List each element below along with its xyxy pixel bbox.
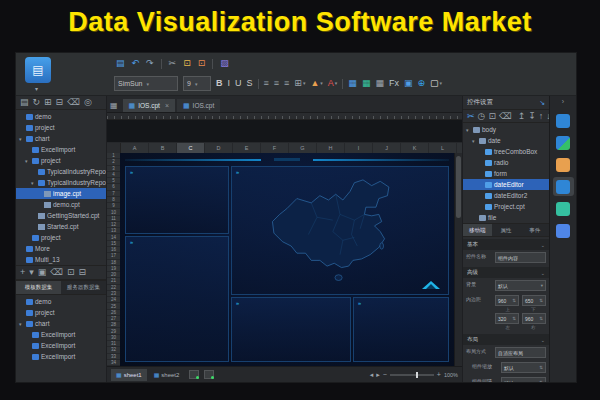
file-tree-item-excelimport[interactable]: ExcelImport [16, 144, 106, 155]
zoom-slider[interactable] [390, 374, 434, 376]
dataset-tree-item-project[interactable]: project [16, 307, 106, 318]
property-tab-item[interactable]: 移动端 [463, 224, 492, 236]
align-center-icon[interactable]: ≡ [274, 79, 279, 88]
column-d[interactable]: D [205, 143, 233, 153]
column-i[interactable]: I [345, 143, 373, 153]
align-bottom-icon[interactable]: ↧ [528, 112, 536, 121]
dataset-tree-item-excelimport[interactable]: ExcelImport [16, 351, 106, 362]
padding-input-右[interactable]: 960⇅ [522, 313, 546, 324]
column-l[interactable]: L [429, 143, 457, 153]
delete-icon[interactable]: ⌫ [67, 98, 80, 107]
edit-dataset-icon[interactable]: ▣ [38, 268, 47, 277]
spinner-icon[interactable]: ⇅ [539, 365, 543, 370]
copy-dataset-icon[interactable]: ⊡ [67, 268, 75, 277]
collapse-all-icon[interactable]: ▤ [20, 98, 29, 107]
store-map-panel[interactable] [231, 166, 449, 295]
widget-settings-panel-icon[interactable] [553, 177, 574, 196]
traffic-chart-panel[interactable] [353, 297, 449, 362]
align-top-icon[interactable]: ↥ [518, 112, 526, 121]
expand-arrow-icon[interactable]: ▾ [466, 127, 471, 133]
product-share-panel[interactable] [125, 236, 229, 362]
delete-dataset-icon[interactable]: ⌫ [50, 268, 63, 277]
chart-icon[interactable]: ▦ [362, 79, 371, 88]
move-up-icon[interactable]: ↑ [539, 112, 544, 121]
design-canvas[interactable] [120, 153, 454, 366]
search-icon[interactable]: ◎ [84, 98, 92, 107]
column-c[interactable]: C [177, 143, 205, 153]
expand-arrow-icon[interactable]: ▾ [19, 136, 24, 142]
zoom-in-icon[interactable]: + [437, 371, 441, 378]
chevron-down-icon[interactable]: ▾ [320, 81, 323, 86]
collapse-panel-icon[interactable]: ↘ [539, 99, 545, 107]
padding-input-下[interactable]: 650⇅ [522, 295, 546, 306]
widget-tree-item-dateeditor[interactable]: dateEditor [463, 179, 549, 190]
close-tab-icon[interactable]: × [165, 102, 169, 109]
align-right-icon[interactable]: ≡ [284, 79, 289, 88]
file-tree-item-demo[interactable]: demo [16, 111, 106, 122]
preview-status-icon[interactable] [189, 370, 199, 379]
file-tree-item-gettingstarted-cpt[interactable]: GettingStarted.cpt [16, 210, 106, 221]
expand-arrow-icon[interactable]: ▾ [19, 321, 24, 327]
file-tree-item-multi-13[interactable]: Multi_13 [16, 254, 106, 265]
strikethrough-icon[interactable]: S [247, 79, 253, 88]
column-h[interactable]: H [317, 143, 345, 153]
dataset-tree-item-demo[interactable]: demo [16, 296, 106, 307]
document-tab-ios-cpt-0[interactable]: ▦IOS.cpt× [123, 99, 175, 112]
zoom-slider-thumb[interactable] [416, 372, 418, 378]
file-tree-item-image-cpt[interactable]: image.cpt [16, 188, 106, 199]
preview-dataset-icon[interactable]: ⊟ [79, 268, 87, 277]
next-sheet-icon[interactable]: ▸ [376, 371, 380, 379]
new-folder-icon[interactable]: ⊞ [44, 98, 52, 107]
file-tree-item-typicalindustryreport2[interactable]: ▾TypicalIndustryReport2 [16, 177, 106, 188]
file-tree-item-project[interactable]: project [16, 232, 106, 243]
formula-icon[interactable]: Fx [389, 79, 399, 88]
hyperlink-icon[interactable]: ⊕ [417, 79, 425, 88]
font-color-icon[interactable]: A▾ [328, 79, 338, 88]
property-tab-item[interactable]: 事件 [520, 224, 549, 236]
zoom-out-icon[interactable]: − [383, 371, 387, 378]
chevron-down-icon[interactable]: ▾ [541, 283, 543, 288]
scrollbar-thumb[interactable] [456, 156, 461, 218]
widget-tree-item-treecombobox[interactable]: treeComboBox [463, 146, 549, 157]
dataset-tree-item-chart[interactable]: ▾chart [16, 318, 106, 329]
chevron-down-icon[interactable]: ▾ [335, 81, 338, 86]
dataset-tab-item[interactable]: 服务器数据集 [61, 281, 106, 294]
expand-strip-icon[interactable]: › [562, 98, 564, 108]
widget-name-field[interactable]: 组件内容 [495, 252, 546, 263]
copy-icon[interactable]: ⊡ [183, 59, 191, 68]
image-icon[interactable]: ▦ [348, 79, 357, 88]
connection-status-icon[interactable] [204, 370, 214, 379]
layout-section-header[interactable]: 布局⌄ [463, 334, 549, 345]
chevron-down-icon[interactable]: ▾ [439, 81, 442, 86]
outline-panel-icon[interactable] [553, 199, 574, 218]
component-scale-field[interactable]: 默认⇅ [501, 362, 546, 373]
column-f[interactable]: F [261, 143, 289, 153]
file-tree-item-project[interactable]: ▾project [16, 155, 106, 166]
layout-mode-field[interactable]: 自适应布局 [495, 347, 546, 358]
app-menu-button[interactable]: ▤ [25, 57, 51, 83]
column-g[interactable]: G [289, 143, 317, 153]
cut-icon[interactable]: ✂ [169, 59, 177, 68]
rename-icon[interactable]: ⊟ [56, 98, 64, 107]
delete-icon[interactable]: ⌫ [499, 112, 512, 121]
fill-icon[interactable]: ▢▾ [430, 79, 442, 88]
prev-sheet-icon[interactable]: ◂ [370, 371, 374, 379]
spinner-icon[interactable]: ⇅ [512, 316, 516, 321]
paste-icon[interactable]: ⊡ [488, 112, 496, 121]
column-a[interactable]: A [121, 143, 149, 153]
expand-arrow-icon[interactable]: ▾ [472, 138, 477, 144]
spinner-icon[interactable]: ⇅ [512, 298, 516, 303]
file-tree-item-typicalindustryreport[interactable]: TypicalIndustryReport [16, 166, 106, 177]
app-menu-arrow-icon[interactable]: ▾ [35, 85, 38, 92]
background-color-icon[interactable]: ▲▾ [310, 79, 322, 88]
file-tree-item-started-cpt[interactable]: Started.cpt [16, 221, 106, 232]
align-left-icon[interactable]: ≡ [264, 79, 269, 88]
background-field[interactable]: 默认▾ [495, 280, 546, 291]
history-icon[interactable]: ◷ [478, 112, 486, 121]
redo-icon[interactable]: ↷ [146, 59, 154, 68]
document-tab-ios-cpt-1[interactable]: ▦IOS.cpt [177, 99, 220, 112]
sheet-tab-sheet2[interactable]: ▦sheet2 [149, 369, 185, 381]
column-k[interactable]: K [401, 143, 429, 153]
dataset-tree-item-excelimport[interactable]: ExcelImport [16, 329, 106, 340]
members-chart-panel[interactable] [231, 297, 351, 362]
